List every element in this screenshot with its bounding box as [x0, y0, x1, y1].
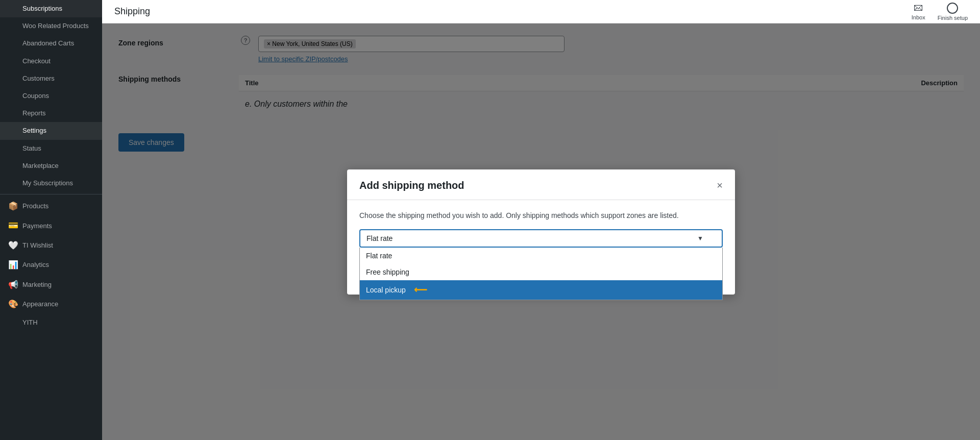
modal-overlay: Add shipping method × Choose the shippin… — [102, 23, 980, 440]
ti-wishlist-icon: 🤍 — [8, 240, 18, 251]
inbox-button[interactable]: 🖂 Inbox — [912, 3, 925, 20]
marketing-icon: 📢 — [8, 279, 18, 290]
sidebar-item-label: Marketing — [22, 280, 52, 289]
topbar: Shipping 🖂 Inbox Finish setup — [102, 0, 980, 23]
arrow-annotation: ⟵ — [414, 284, 427, 296]
sidebar-item-customers[interactable]: Customers — [0, 70, 102, 87]
sidebar-item-subscriptions[interactable]: Subscriptions — [0, 0, 102, 17]
sidebar-item-woo-related[interactable]: Woo Related Products — [0, 17, 102, 35]
page-title: Shipping — [114, 6, 150, 17]
finish-setup-circle — [947, 3, 958, 14]
sidebar-item-payments[interactable]: 💳 Payments — [0, 216, 102, 235]
inbox-icon: 🖂 — [914, 3, 923, 13]
finish-setup-button[interactable]: Finish setup — [938, 3, 968, 21]
sidebar-item-products[interactable]: 📦 Products — [0, 197, 102, 216]
dropdown-option-local-pickup[interactable]: Local pickup ⟵ — [360, 280, 722, 300]
inbox-label: Inbox — [912, 14, 925, 20]
selected-option-label: Flat rate — [366, 234, 393, 242]
sidebar-item-label: Products — [22, 202, 48, 211]
sidebar-item-label: TI Wishlist — [22, 241, 53, 250]
shipping-method-select[interactable]: Flat rate ▼ Flat rate Free shipping — [359, 229, 723, 248]
sidebar-item-label: Settings — [22, 126, 46, 135]
dropdown-option-flat-rate[interactable]: Flat rate — [360, 248, 722, 264]
modal: Add shipping method × Choose the shippin… — [347, 169, 735, 295]
sidebar-item-reports[interactable]: Reports — [0, 105, 102, 122]
sidebar-item-label: Appearance — [22, 300, 58, 309]
dropdown-option-free-shipping[interactable]: Free shipping — [360, 264, 722, 280]
sidebar-item-label: Payments — [22, 222, 52, 231]
sidebar-item-yith[interactable]: YITH — [0, 314, 102, 331]
select-display[interactable]: Flat rate ▼ — [359, 229, 723, 248]
sidebar-item-marketplace[interactable]: Marketplace — [0, 157, 102, 175]
sidebar-item-marketing[interactable]: 📢 Marketing — [0, 275, 102, 295]
payments-icon: 💳 — [8, 220, 18, 231]
content-area: Zone regions ? × New York, United States… — [102, 23, 980, 440]
appearance-icon: 🎨 — [8, 299, 18, 310]
sidebar-item-label: YITH — [22, 318, 38, 327]
sidebar-item-label: Subscriptions — [22, 4, 62, 13]
sidebar-item-label: Woo Related Products — [22, 21, 89, 31]
sidebar-item-coupons[interactable]: Coupons — [0, 87, 102, 105]
sidebar-item-settings[interactable]: Settings — [0, 122, 102, 139]
sidebar-item-label: Abandoned Carts — [22, 39, 74, 48]
modal-body: Choose the shipping method you wish to a… — [347, 200, 735, 258]
modal-title: Add shipping method — [359, 180, 464, 191]
sidebar: Subscriptions Woo Related Products Aband… — [0, 0, 102, 440]
topbar-actions: 🖂 Inbox Finish setup — [912, 3, 968, 21]
sidebar-item-label: Marketplace — [22, 161, 59, 170]
sidebar-item-ti-wishlist[interactable]: 🤍 TI Wishlist — [0, 236, 102, 255]
modal-description: Choose the shipping method you wish to a… — [359, 210, 723, 221]
analytics-icon: 📊 — [8, 259, 18, 271]
sidebar-item-status[interactable]: Status — [0, 140, 102, 157]
sidebar-item-my-subscriptions[interactable]: My Subscriptions — [0, 175, 102, 192]
sidebar-item-label: Status — [22, 144, 41, 153]
sidebar-item-checkout[interactable]: Checkout — [0, 53, 102, 70]
modal-header: Add shipping method × — [347, 169, 735, 200]
sidebar-item-analytics[interactable]: 📊 Analytics — [0, 255, 102, 275]
sidebar-item-abandoned-carts[interactable]: Abandoned Carts — [0, 35, 102, 52]
finish-setup-label: Finish setup — [938, 15, 968, 21]
sidebar-item-label: My Subscriptions — [22, 179, 73, 188]
dropdown-list: Flat rate Free shipping Local pickup ⟵ — [359, 248, 723, 300]
sidebar-item-label: Reports — [22, 109, 46, 118]
chevron-down-icon: ▼ — [697, 235, 703, 242]
sidebar-item-label: Coupons — [22, 91, 49, 101]
sidebar-item-label: Analytics — [22, 260, 49, 270]
sidebar-item-label: Checkout — [22, 57, 51, 66]
modal-close-button[interactable]: × — [717, 180, 723, 190]
main-content: Shipping 🖂 Inbox Finish setup Zone regio… — [102, 0, 980, 440]
sidebar-item-label: Customers — [22, 74, 55, 83]
products-icon: 📦 — [8, 201, 18, 212]
sidebar-item-appearance[interactable]: 🎨 Appearance — [0, 295, 102, 314]
